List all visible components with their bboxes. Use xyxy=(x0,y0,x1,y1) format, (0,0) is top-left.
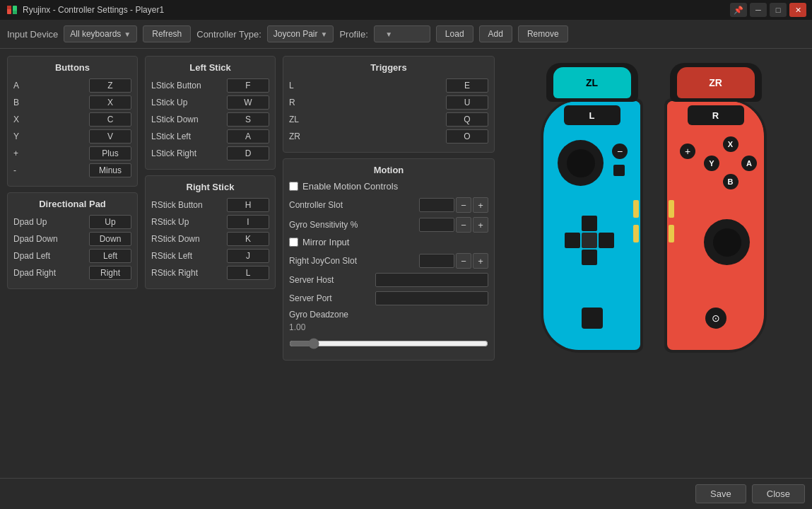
controller-slot-row: Controller Slot 0 − + xyxy=(289,197,488,213)
y-button-visual: Y xyxy=(704,156,719,171)
trigger-rows: L R ZL ZR xyxy=(289,78,488,144)
restore-button[interactable]: □ xyxy=(770,3,787,17)
key-input[interactable] xyxy=(89,112,131,127)
key-input[interactable] xyxy=(227,95,269,110)
key-row: B xyxy=(13,95,131,110)
home-button: ⊙ xyxy=(705,308,726,329)
col-buttons-dpad: Buttons A B X Y + - xyxy=(7,56,138,471)
col-controller: ZL L xyxy=(502,56,806,471)
key-input[interactable] xyxy=(89,232,131,246)
key-row: RStick Left xyxy=(151,249,269,263)
right-joycon-slot-decrement[interactable]: − xyxy=(456,253,471,269)
key-row: RStick Right xyxy=(151,266,269,280)
remove-button[interactable]: Remove xyxy=(518,25,568,42)
trigger-input[interactable] xyxy=(446,129,488,144)
left-stick-title: Left Stick xyxy=(151,62,269,73)
left-joycon-cyan: L − xyxy=(543,101,640,350)
screenshot-button xyxy=(582,308,603,329)
key-input[interactable] xyxy=(89,78,131,93)
server-port-input[interactable]: 26760 xyxy=(375,291,488,305)
controller-slot-group: 0 − + xyxy=(419,197,488,213)
refresh-button[interactable]: Refresh xyxy=(143,25,191,42)
key-input[interactable] xyxy=(89,95,131,110)
gyro-sensitivity-decrement[interactable]: − xyxy=(456,217,471,233)
triggers-panel: Triggers L R ZL ZR xyxy=(283,56,495,153)
controller-slot-increment[interactable]: + xyxy=(473,197,488,213)
input-device-arrow: ▼ xyxy=(124,30,131,38)
toolbar: Input Device All keyboards ▼ Refresh Con… xyxy=(0,20,812,49)
col-triggers-motion: Triggers L R ZL ZR Motion Enable Motion … xyxy=(283,56,495,471)
controller-type-label: Controller Type: xyxy=(196,29,261,40)
controller-slot-decrement[interactable]: − xyxy=(456,197,471,213)
trigger-row: L xyxy=(289,78,488,93)
content-grid: Buttons A B X Y + - xyxy=(0,49,812,478)
gyro-deadzone-value: 1.00 xyxy=(289,322,488,332)
gyro-deadzone-slider[interactable] xyxy=(289,338,488,349)
key-input[interactable] xyxy=(227,232,269,246)
key-input[interactable] xyxy=(89,163,131,177)
gyro-sensitivity-group: 100 − + xyxy=(419,217,488,233)
enable-motion-checkbox[interactable] xyxy=(289,182,298,191)
key-input[interactable] xyxy=(89,129,131,144)
key-input[interactable] xyxy=(89,249,131,263)
bottom-bar: Save Close xyxy=(0,478,812,509)
controller-type-dropdown[interactable]: Joycon Pair ▼ xyxy=(267,25,334,42)
key-label: RStick Down xyxy=(151,234,215,244)
key-input[interactable] xyxy=(227,146,269,160)
right-joycon-slot-input[interactable]: 0 xyxy=(419,254,454,268)
minimize-button[interactable]: ─ xyxy=(750,3,767,17)
server-host-label: Server Host xyxy=(289,275,375,285)
right-stick-title: Right Stick xyxy=(151,182,269,192)
key-row: LStick Up xyxy=(151,95,269,110)
lstick-rows: LStick Button LStick Up LStick Down LSti… xyxy=(151,78,269,160)
right-joycon-slot-increment[interactable]: + xyxy=(473,253,488,269)
key-label: LStick Down xyxy=(151,115,215,124)
gyro-sensitivity-input[interactable]: 100 xyxy=(419,218,454,232)
key-input[interactable] xyxy=(227,215,269,229)
load-button[interactable]: Load xyxy=(436,25,473,42)
right-joycon-slot-label: Right JoyCon Slot xyxy=(289,256,419,266)
key-input[interactable] xyxy=(89,266,131,280)
mirror-input-row: Mirror Input xyxy=(289,237,488,247)
close-window-button[interactable]: ✕ xyxy=(789,3,806,17)
dpad-rows: Dpad Up Dpad Down Dpad Left Dpad Right xyxy=(13,215,131,280)
l-trigger-bar: L xyxy=(543,101,640,129)
buttons-title: Buttons xyxy=(13,62,131,73)
key-input[interactable] xyxy=(89,146,131,160)
save-button[interactable]: Save xyxy=(695,484,746,503)
input-device-dropdown[interactable]: All keyboards ▼ xyxy=(64,25,137,42)
key-row: LStick Button xyxy=(151,78,269,93)
key-label: RStick Button xyxy=(151,200,215,210)
key-input[interactable] xyxy=(227,198,269,212)
key-input[interactable] xyxy=(227,112,269,127)
mirror-input-checkbox[interactable] xyxy=(289,238,298,247)
key-input[interactable] xyxy=(227,266,269,280)
zr-trigger: ZR xyxy=(670,63,762,102)
gyro-sensitivity-increment[interactable]: + xyxy=(473,217,488,233)
trigger-input[interactable] xyxy=(446,78,488,93)
key-input[interactable] xyxy=(89,215,131,229)
key-input[interactable] xyxy=(227,249,269,263)
controller-slot-input[interactable]: 0 xyxy=(419,198,454,212)
key-row: A xyxy=(13,78,131,93)
key-label: RStick Right xyxy=(151,268,215,278)
key-label: + xyxy=(13,148,42,158)
dpad-panel: Directional Pad Dpad Up Dpad Down Dpad L… xyxy=(7,192,138,289)
trigger-input[interactable] xyxy=(446,112,488,127)
key-label: Dpad Up xyxy=(13,217,63,227)
dpad-title: Directional Pad xyxy=(13,199,131,209)
server-host-input[interactable]: 127.0.0.1 xyxy=(375,273,488,287)
l-button-label: L xyxy=(564,105,620,125)
trigger-input[interactable] xyxy=(446,95,488,110)
close-button[interactable]: Close xyxy=(752,484,805,503)
key-input[interactable] xyxy=(227,78,269,93)
profile-value xyxy=(380,29,382,39)
profile-dropdown[interactable]: ▼ xyxy=(374,25,430,42)
key-input[interactable] xyxy=(227,129,269,144)
profile-arrow: ▼ xyxy=(385,30,392,38)
key-label: B xyxy=(13,98,42,107)
key-label: - xyxy=(13,165,42,175)
add-button[interactable]: Add xyxy=(479,25,512,42)
pin-button[interactable]: 📌 xyxy=(730,3,747,17)
sr-button xyxy=(633,225,639,242)
